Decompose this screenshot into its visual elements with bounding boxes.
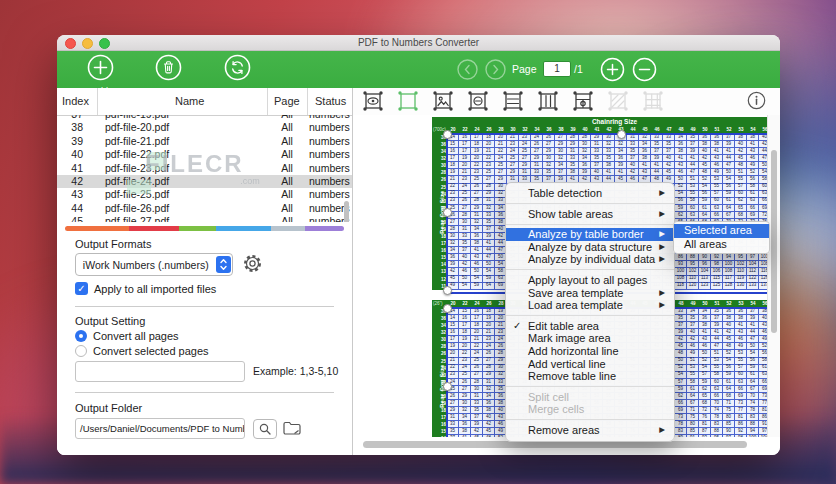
table-area-icon[interactable] <box>572 90 594 112</box>
table-row[interactable]: 43pdf-file-25.pdfAllnumbers <box>57 188 352 201</box>
checkmark-icon: ✓ <box>513 320 521 333</box>
selection-handle[interactable] <box>443 304 452 313</box>
menu-item-save-area-template[interactable]: Save area template▶ <box>506 287 674 300</box>
menu-item-remove-areas[interactable]: Remove areas▶ <box>506 424 674 437</box>
submenu-arrow-icon: ▶ <box>659 299 665 312</box>
menu-separator <box>506 315 674 316</box>
merge-cells-icon <box>642 90 664 112</box>
submenu-arrow-icon: ▶ <box>659 253 665 266</box>
show-area-preview-icon[interactable] <box>362 90 384 112</box>
page-number-input[interactable]: 1 <box>543 61 571 77</box>
column-divider[interactable] <box>97 88 98 115</box>
radio-on-icon[interactable] <box>75 330 87 342</box>
main-toolbar: Add Remove Convert Page 1 /1 <box>57 51 780 88</box>
dropdown-stepper-icon <box>216 256 231 273</box>
submenu-arrow-icon: ▶ <box>659 228 665 241</box>
table-row[interactable]: 44pdf-file-26.pdfAllnumbers <box>57 202 352 215</box>
menu-item-add-vertical-line[interactable]: Add vertical line <box>506 358 674 371</box>
split-cell-icon <box>607 90 629 112</box>
submenu-arrow-icon: ▶ <box>659 187 665 200</box>
page-range-example: Example: 1,3-5,10 <box>253 365 338 377</box>
table-row[interactable]: 38pdf-file-20.pdfAllnumbers <box>57 121 352 134</box>
format-dropdown-value: iWork Numbers (.numbers) <box>76 259 216 271</box>
add-horizontal-line-icon[interactable] <box>502 90 524 112</box>
add-icon <box>87 54 114 81</box>
menu-item-edit-table-area[interactable]: ✓Edit table area <box>506 320 674 333</box>
output-setting-title: Output Setting <box>75 315 145 327</box>
apply-all-checkbox-row[interactable]: ✓ Apply to all imported files <box>75 282 216 295</box>
add-vertical-line-icon[interactable] <box>537 90 559 112</box>
header-page[interactable]: Page <box>274 88 300 115</box>
table-row[interactable]: 39pdf-file-21.pdfAllnumbers <box>57 135 352 148</box>
select-table-area-icon[interactable] <box>397 90 419 112</box>
header-index[interactable]: Index <box>62 88 89 115</box>
progress-rainbow-bar <box>65 226 344 231</box>
header-status[interactable]: Status <box>315 88 346 115</box>
submenu-item-selected-area[interactable]: Selected area <box>674 224 769 238</box>
menu-item-add-horizontal-line[interactable]: Add horizontal line <box>506 345 674 358</box>
menu-item-analyze-by-individual-data[interactable]: Analyze by individual data▶ <box>506 253 674 266</box>
table-row[interactable]: 45pdf-file-27.pdfAllnumbers <box>57 215 352 222</box>
convert-selected-pages-radio[interactable]: Convert selected pages <box>75 345 209 357</box>
horizontal-scrollbar-thumb[interactable] <box>363 441 747 448</box>
watermark-square <box>127 180 151 194</box>
table-row[interactable]: 40pdf-file-22.pdfAllnumbers <box>57 148 352 161</box>
selection-handle[interactable] <box>617 130 626 139</box>
file-list: 37pdf-file-19.pdfAllnumbers38pdf-file-20… <box>57 115 352 222</box>
page-range-input[interactable] <box>75 361 245 382</box>
next-page-button[interactable] <box>485 59 506 80</box>
title-bar[interactable]: PDF to Numbers Converter <box>57 35 780 51</box>
menu-separator <box>506 203 674 204</box>
info-icon[interactable] <box>747 91 766 110</box>
selection-handle[interactable] <box>443 130 452 139</box>
menu-item-show-table-areas[interactable]: Show table areas▶ <box>506 208 674 221</box>
trash-icon <box>155 54 182 81</box>
table-row[interactable]: 41pdf-file-23.pdfAllnumbers <box>57 162 352 175</box>
remove-area-icon[interactable] <box>467 90 489 112</box>
submenu-item-all-areas[interactable]: All areas <box>674 238 769 252</box>
watermark-square <box>147 152 167 170</box>
menu-item-remove-table-line[interactable]: Remove table line <box>506 370 674 383</box>
page-label: Page <box>512 51 537 88</box>
menu-item-load-area-template[interactable]: Load area template▶ <box>506 299 674 312</box>
header-name[interactable]: Name <box>175 88 204 115</box>
menu-item-table-detection[interactable]: Table detection▶ <box>506 187 674 200</box>
selection-handle[interactable] <box>443 286 452 295</box>
selection-handle[interactable] <box>443 382 452 391</box>
menu-item-mark-image-area[interactable]: Mark image area <box>506 332 674 345</box>
menu-item-split-cell: Split cell <box>506 391 674 404</box>
zoom-in-button[interactable] <box>600 57 625 82</box>
format-dropdown[interactable]: iWork Numbers (.numbers) <box>75 253 233 276</box>
vertical-scrollbar[interactable] <box>767 115 780 437</box>
column-divider[interactable] <box>307 88 308 115</box>
file-list-header: Index Name Page Status <box>57 88 352 116</box>
convert-all-pages-radio[interactable]: Convert all pages <box>75 330 179 342</box>
submenu-arrow-icon: ▶ <box>659 208 665 221</box>
choose-folder-button[interactable] <box>281 419 303 437</box>
mark-image-area-icon[interactable] <box>432 90 454 112</box>
area-tools-toolbar <box>353 88 780 116</box>
menu-item-analyze-by-table-border[interactable]: Analyze by table border▶ <box>506 228 674 241</box>
vertical-scrollbar-thumb[interactable] <box>771 150 777 333</box>
context-submenu: Selected areaAll areas <box>673 221 770 254</box>
menu-item-analyze-by-data-structure[interactable]: Analyze by data structure▶ <box>506 241 674 254</box>
menu-separator <box>506 269 674 270</box>
selection-handle[interactable] <box>443 208 452 217</box>
file-list-panel: Index Name Page Status 37pdf-file-19.pdf… <box>57 88 353 455</box>
output-formats-title: Output Formats <box>75 238 151 250</box>
submenu-arrow-icon: ▶ <box>659 424 665 437</box>
reveal-folder-button[interactable] <box>253 419 277 439</box>
previous-page-button[interactable] <box>457 59 478 80</box>
table-row[interactable]: 42pdf-file-24.pdfAllnumbers <box>57 175 352 188</box>
column-divider[interactable] <box>267 88 268 115</box>
gear-icon[interactable] <box>241 252 264 275</box>
submenu-arrow-icon: ▶ <box>659 287 665 300</box>
radio-off-icon[interactable] <box>75 345 87 357</box>
checkbox-checked-icon[interactable]: ✓ <box>75 282 88 295</box>
settings-panel: Output Formats iWork Numbers (.numbers) … <box>57 222 352 455</box>
menu-item-apply-layout-to-all-pages[interactable]: Apply layout to all pages <box>506 274 674 287</box>
zoom-out-button[interactable] <box>632 57 657 82</box>
output-folder-input[interactable]: /Users/Daniel/Documents/PDF to Numbers C… <box>75 418 245 439</box>
divider <box>75 392 334 393</box>
menu-separator <box>506 224 674 225</box>
